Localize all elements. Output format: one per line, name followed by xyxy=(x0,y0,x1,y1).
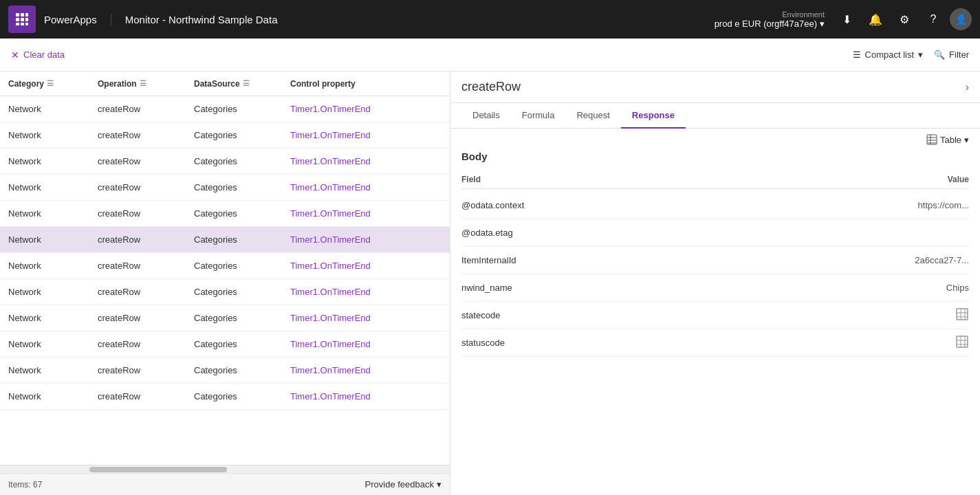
body-value: 2a6cca27-7... xyxy=(915,255,969,265)
download-icon[interactable]: ⬇ xyxy=(834,7,859,32)
feedback-label: Provide feedback xyxy=(365,479,434,490)
cell-datasource: Categories xyxy=(191,206,287,221)
col-header-control-property: Control property xyxy=(287,76,444,91)
top-nav: PowerApps Monitor - Northwind Sample Dat… xyxy=(0,0,980,38)
body-field: nwind_name xyxy=(461,283,946,293)
detail-header: createRow › xyxy=(450,72,980,103)
body-value: Chips xyxy=(946,283,969,293)
cell-control-property[interactable]: Timer1.OnTimerEnd xyxy=(287,362,444,378)
cell-control-property[interactable]: Timer1.OnTimerEnd xyxy=(287,388,444,404)
svg-rect-14 xyxy=(957,309,968,320)
env-value-btn[interactable]: prod e EUR (orgff47a7ee) ▾ xyxy=(715,19,825,29)
clear-data-label: Clear data xyxy=(23,50,65,60)
main-content: Category ☰ Operation ☰ DataSource ☰ Cont… xyxy=(0,72,980,495)
avatar[interactable]: 👤 xyxy=(950,8,972,30)
cell-operation: createRow xyxy=(95,310,191,326)
settings-icon[interactable]: ⚙ xyxy=(892,7,917,32)
toolbar: ✕ Clear data ☰ Compact list ▾ 🔍 Filter xyxy=(0,38,980,72)
table-row[interactable]: Network createRow Categories Timer1.OnTi… xyxy=(0,96,450,122)
chevron-down-icon: ▾ xyxy=(918,50,923,60)
cell-control-property[interactable]: Timer1.OnTimerEnd xyxy=(287,336,444,352)
sort-icon-datasource[interactable]: ☰ xyxy=(243,79,250,88)
col-header-datasource: DataSource ☰ xyxy=(191,76,287,91)
body-row: @odata.context https://com... xyxy=(461,192,969,219)
body-row: @odata.etag xyxy=(461,219,969,247)
cell-category: Network xyxy=(6,179,95,195)
detail-toolbar: Table ▾ xyxy=(450,129,980,151)
filter-button[interactable]: 🔍 Filter xyxy=(934,50,969,60)
toolbar-right: ☰ Compact list ▾ 🔍 Filter xyxy=(853,50,969,60)
cell-control-property[interactable]: Timer1.OnTimerEnd xyxy=(287,258,444,274)
table-view-icon xyxy=(926,134,937,145)
cell-operation: createRow xyxy=(95,206,191,221)
list-icon: ☰ xyxy=(853,50,861,60)
tab-response[interactable]: Response xyxy=(621,103,686,129)
next-button[interactable]: › xyxy=(966,81,969,94)
table-row[interactable]: Network createRow Categories Timer1.OnTi… xyxy=(0,227,450,253)
waffle-icon[interactable] xyxy=(8,6,36,33)
detail-content[interactable]: Table ▾ Body Field Value @odata.context … xyxy=(450,129,980,495)
close-icon: ✕ xyxy=(11,50,19,60)
table-row[interactable]: Network createRow Categories Timer1.OnTi… xyxy=(0,253,450,279)
cell-control-property[interactable]: Timer1.OnTimerEnd xyxy=(287,206,444,221)
app-title: PowerApps xyxy=(44,14,111,25)
cell-operation: createRow xyxy=(95,179,191,195)
cell-control-property[interactable]: Timer1.OnTimerEnd xyxy=(287,232,444,248)
body-field: statuscode xyxy=(461,338,955,348)
sort-icon-operation[interactable]: ☰ xyxy=(140,79,146,88)
table-row[interactable]: Network createRow Categories Timer1.OnTi… xyxy=(0,305,450,331)
cell-category: Network xyxy=(6,206,95,221)
svg-rect-6 xyxy=(16,23,19,25)
table-icon[interactable] xyxy=(955,307,969,321)
table-row[interactable]: Network createRow Categories Timer1.OnTi… xyxy=(0,331,450,358)
cell-datasource: Categories xyxy=(191,101,287,117)
cell-control-property[interactable]: Timer1.OnTimerEnd xyxy=(287,179,444,195)
table-row[interactable]: Network createRow Categories Timer1.OnTi… xyxy=(0,279,450,305)
table-row[interactable]: Network createRow Categories Timer1.OnTi… xyxy=(0,358,450,384)
feedback-button[interactable]: Provide feedback ▾ xyxy=(365,479,442,490)
tab-request[interactable]: Request xyxy=(565,103,620,129)
cell-operation: createRow xyxy=(95,362,191,378)
body-field: @odata.etag xyxy=(461,228,969,238)
table-row[interactable]: Network createRow Categories Timer1.OnTi… xyxy=(0,384,450,410)
cell-control-property[interactable]: Timer1.OnTimerEnd xyxy=(287,310,444,326)
table-row[interactable]: Network createRow Categories Timer1.OnTi… xyxy=(0,148,450,175)
cell-control-property[interactable]: Timer1.OnTimerEnd xyxy=(287,101,444,117)
cell-control-property[interactable]: Timer1.OnTimerEnd xyxy=(287,127,444,143)
bell-icon[interactable]: 🔔 xyxy=(863,7,888,32)
table-row[interactable]: Network createRow Categories Timer1.OnTi… xyxy=(0,201,450,227)
bottom-bar: Items: 67 Provide feedback ▾ xyxy=(0,473,450,495)
sort-icon-category[interactable]: ☰ xyxy=(47,79,54,88)
left-panel: Category ☰ Operation ☰ DataSource ☰ Cont… xyxy=(0,72,450,495)
filter-label: Filter xyxy=(949,50,969,60)
col-header-category: Category ☰ xyxy=(6,76,95,91)
table-view-button[interactable]: Table ▾ xyxy=(926,134,969,145)
body-value: https://com... xyxy=(918,200,969,210)
compact-list-button[interactable]: ☰ Compact list ▾ xyxy=(853,50,924,60)
cell-category: Network xyxy=(6,310,95,326)
horizontal-scrollbar[interactable] xyxy=(0,465,450,473)
table-icon[interactable] xyxy=(955,335,969,349)
environment-selector[interactable]: Environment prod e EUR (orgff47a7ee) ▾ xyxy=(715,10,825,29)
data-table: Category ☰ Operation ☰ DataSource ☰ Cont… xyxy=(0,72,450,465)
clear-data-button[interactable]: ✕ Clear data xyxy=(11,50,65,60)
chevron-down-icon: ▾ xyxy=(820,19,825,29)
svg-rect-4 xyxy=(21,18,24,21)
table-row[interactable]: Network createRow Categories Timer1.OnTi… xyxy=(0,122,450,148)
tab-formula[interactable]: Formula xyxy=(511,103,566,129)
tab-details[interactable]: Details xyxy=(461,103,511,129)
cell-datasource: Categories xyxy=(191,153,287,169)
field-col-header: Field xyxy=(461,175,948,184)
table-body[interactable]: Network createRow Categories Timer1.OnTi… xyxy=(0,96,450,465)
cell-category: Network xyxy=(6,258,95,274)
cell-control-property[interactable]: Timer1.OnTimerEnd xyxy=(287,284,444,300)
table-row[interactable]: Network createRow Categories Timer1.OnTi… xyxy=(0,175,450,201)
svg-rect-2 xyxy=(25,13,28,16)
cell-operation: createRow xyxy=(95,388,191,404)
cell-control-property[interactable]: Timer1.OnTimerEnd xyxy=(287,153,444,169)
env-value: prod e EUR (orgff47a7ee) xyxy=(715,19,817,29)
cell-category: Network xyxy=(6,153,95,169)
page-title: Monitor - Northwind Sample Data xyxy=(125,14,715,25)
help-icon[interactable]: ? xyxy=(921,7,946,32)
cell-operation: createRow xyxy=(95,153,191,169)
